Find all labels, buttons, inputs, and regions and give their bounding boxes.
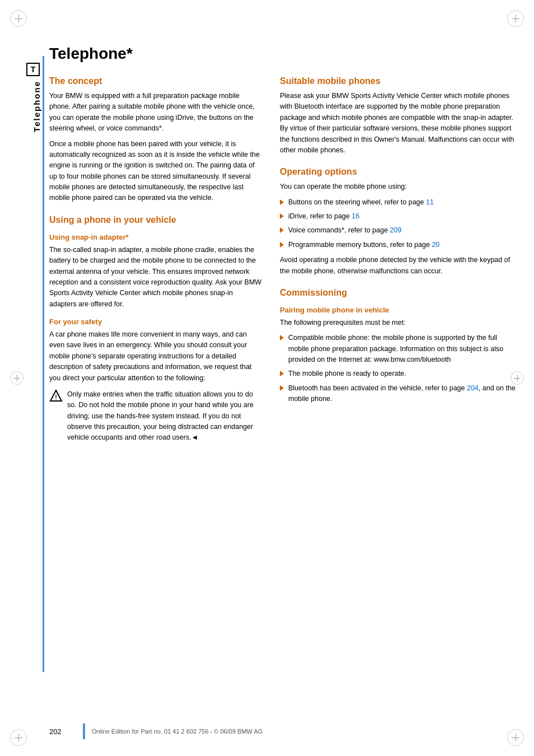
suitable-phones-heading: Suitable mobile phones <box>280 76 519 86</box>
commissioning-heading: Commissioning <box>280 288 519 298</box>
main-content: Telephone* The concept Your BMW is equip… <box>49 45 519 449</box>
suitable-phones-text: Please ask your BMW Sports Activity Vehi… <box>280 91 519 156</box>
section-using-phone: Using a phone in your vehicle Using snap… <box>49 215 262 444</box>
bullet-icon-4 <box>280 242 284 248</box>
page-title: Telephone* <box>49 45 519 63</box>
operating-options-intro: You can operate the mobile phone using: <box>280 181 519 192</box>
svg-text:!: ! <box>55 394 57 400</box>
list-item: iDrive, refer to page 16 <box>280 211 519 222</box>
bullet-text-7: Bluetooth has been activated in the vehi… <box>288 383 519 405</box>
section-concept: The concept Your BMW is equipped with a … <box>49 76 262 204</box>
sidebar-label: Telephone <box>31 78 44 134</box>
corner-mark-tr <box>507 10 524 27</box>
pairing-intro: The following prerequisites must be met: <box>280 318 519 328</box>
left-column: The concept Your BMW is equipped with a … <box>49 76 262 449</box>
pairing-list: Compatible mobile phone: the mobile phon… <box>280 333 519 404</box>
safety-subheading: For your safety <box>49 318 262 326</box>
sidebar-icon: T <box>26 63 40 76</box>
link-204: 204 <box>467 384 479 392</box>
side-mark-left <box>10 371 24 385</box>
footer: 202 Online Edition for Part no. 01 41 2 … <box>49 724 500 739</box>
section-suitable-phones: Suitable mobile phones Please ask your B… <box>280 76 519 156</box>
list-item: The mobile phone is ready to operate. <box>280 368 519 379</box>
list-item: Programmable memory buttons, refer to pa… <box>280 240 519 250</box>
bullet-icon-1 <box>280 199 284 205</box>
bullet-icon-3 <box>280 227 284 233</box>
section-operating-options: Operating options You can operate the mo… <box>280 167 519 277</box>
corner-mark-bl <box>10 729 27 746</box>
corner-mark-tl <box>10 10 27 27</box>
operating-options-list: Buttons on the steering wheel, refer to … <box>280 197 519 251</box>
corner-mark-br <box>507 729 524 746</box>
list-item: Buttons on the steering wheel, refer to … <box>280 197 519 208</box>
bullet-text-1: Buttons on the steering wheel, refer to … <box>288 197 434 208</box>
bullet-icon-7 <box>280 385 284 391</box>
link-209: 209 <box>390 226 401 234</box>
warning-icon: ! <box>49 389 63 403</box>
bullet-text-3: Voice commands*, refer to page 209 <box>288 225 401 236</box>
two-column-layout: The concept Your BMW is equipped with a … <box>49 76 519 449</box>
safety-text: A car phone makes life more convenient i… <box>49 329 262 384</box>
list-item: Bluetooth has been activated in the vehi… <box>280 383 519 405</box>
pairing-subheading: Pairing mobile phone in vehicle <box>280 306 519 314</box>
link-16: 16 <box>352 212 359 220</box>
snap-in-subheading: Using snap-in adapter* <box>49 233 262 241</box>
link-20: 20 <box>432 241 439 249</box>
warning-text: Only make entries when the traffic situa… <box>67 389 262 444</box>
list-item: Compatible mobile phone: the mobile phon… <box>280 333 519 365</box>
concept-heading: The concept <box>49 76 262 86</box>
bullet-icon-5 <box>280 335 284 340</box>
section-commissioning: Commissioning Pairing mobile phone in ve… <box>280 288 519 405</box>
footer-text: Online Edition for Part no. 01 41 2 602 … <box>92 728 263 735</box>
page-number: 202 <box>49 727 83 736</box>
concept-para-1: Your BMW is equipped with a full prepara… <box>49 91 262 134</box>
link-11: 11 <box>426 198 434 206</box>
footer-blue-bar <box>83 724 85 739</box>
operating-options-note: Avoid operating a mobile phone detected … <box>280 255 519 277</box>
operating-options-heading: Operating options <box>280 167 519 177</box>
bullet-icon-2 <box>280 213 284 219</box>
concept-para-2: Once a mobile phone has been paired with… <box>49 139 262 204</box>
snap-in-text: The so-called snap-in adapter, a mobile … <box>49 245 262 310</box>
bullet-icon-6 <box>280 371 284 376</box>
bullet-text-2: iDrive, refer to page 16 <box>288 211 359 222</box>
right-column: Suitable mobile phones Please ask your B… <box>280 76 519 449</box>
sidebar-blue-line <box>43 56 44 672</box>
using-phone-heading: Using a phone in your vehicle <box>49 215 262 225</box>
bullet-text-5: Compatible mobile phone: the mobile phon… <box>288 333 519 365</box>
bullet-text-6: The mobile phone is ready to operate. <box>288 368 406 379</box>
bullet-text-4: Programmable memory buttons, refer to pa… <box>288 240 439 250</box>
warning-box: ! Only make entries when the traffic sit… <box>49 389 262 444</box>
list-item: Voice commands*, refer to page 209 <box>280 225 519 236</box>
